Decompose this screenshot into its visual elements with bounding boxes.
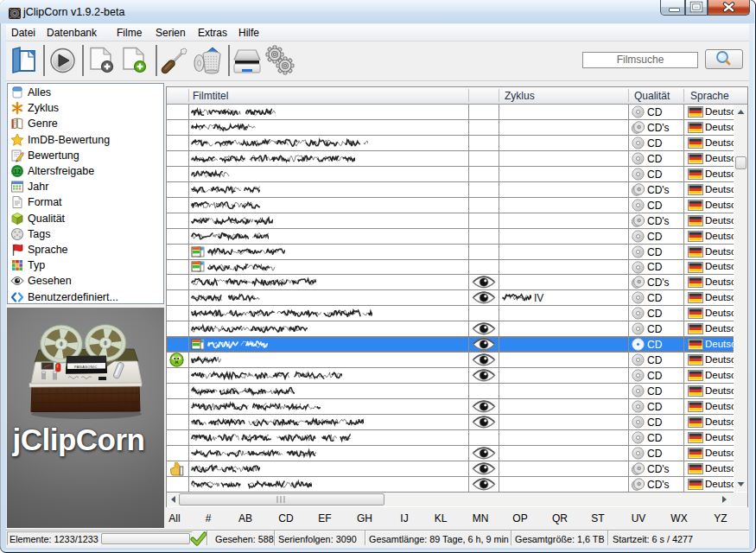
svg-text:12: 12 xyxy=(14,168,21,175)
svg-text:PANASONIC: PANASONIC xyxy=(74,365,98,369)
